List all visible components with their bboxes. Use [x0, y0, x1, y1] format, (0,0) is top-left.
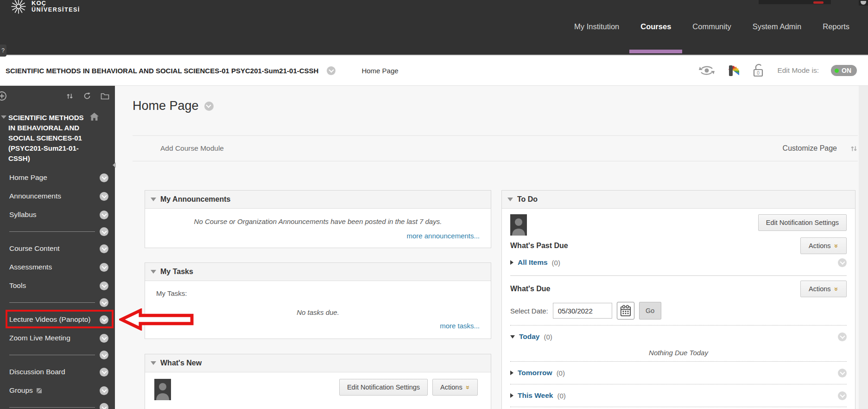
avatar	[510, 214, 527, 236]
more-tasks-link[interactable]: more tasks...	[440, 322, 480, 330]
logo-line2: ÜNİVERSİTESİ	[32, 6, 80, 13]
divider-line	[9, 302, 95, 303]
chevron-down-icon[interactable]	[204, 102, 214, 111]
chevron-down-icon[interactable]	[100, 298, 108, 307]
left-module-column: My Announcements No Course or Organizati…	[145, 190, 491, 409]
sidebar-item-discussion-board[interactable]: Discussion Board	[0, 363, 115, 381]
tomorrow-row[interactable]: Tomorrow (0)	[510, 364, 847, 381]
chevron-down-icon[interactable]	[100, 173, 108, 182]
tab-reports[interactable]: Reports	[823, 22, 849, 31]
this-week-row[interactable]: This Week (0)	[510, 387, 847, 404]
refresh-menu-icon[interactable]	[83, 92, 91, 100]
actions-button[interactable]: Actions »	[800, 281, 847, 297]
sidebar-item-course-content[interactable]: Course Content	[0, 239, 115, 258]
sidebar-item-tools[interactable]: Tools	[0, 276, 115, 295]
chevron-down-icon[interactable]	[100, 351, 108, 359]
sidebar-item-label: Zoom Live Meeting	[9, 334, 100, 342]
sidebar-item-label: Assessments	[9, 263, 100, 271]
whats-past-due-heading: What's Past Due	[510, 242, 568, 250]
date-input[interactable]	[553, 303, 612, 319]
tab-courses[interactable]: Courses	[640, 22, 671, 31]
chevron-down-icon[interactable]	[100, 334, 108, 343]
chevron-down-icon[interactable]	[327, 66, 336, 75]
edit-mode-toggle[interactable]: ON	[831, 65, 857, 76]
add-menu-item-icon[interactable]	[0, 91, 7, 101]
collapse-triangle-icon[interactable]	[510, 335, 515, 339]
expand-triangle-icon[interactable]	[510, 393, 513, 398]
today-row[interactable]: Today (0)	[510, 328, 847, 345]
sidebar-item-assessments[interactable]: Assessments	[0, 258, 115, 276]
theme-palette-icon[interactable]	[727, 64, 739, 77]
chevron-down-icon[interactable]	[100, 227, 108, 236]
red-fragment	[813, 1, 824, 4]
chevron-down-icon[interactable]	[100, 386, 108, 395]
breadcrumb-course-title[interactable]: SCIENTIFIC METHODS IN BEHAVIORAL AND SOC…	[6, 67, 318, 75]
sidebar-item-announcements[interactable]: Announcements	[0, 187, 115, 205]
no-announcements-text: No Course or Organization Announcements …	[156, 217, 480, 225]
collapse-module-icon[interactable]	[507, 198, 513, 201]
home-icon[interactable]	[90, 113, 99, 121]
sidebar-item-zoom-live-meeting[interactable]: Zoom Live Meeting	[0, 329, 115, 347]
nothing-due-today-text: Nothing Due Today	[510, 349, 847, 357]
tomorrow-label[interactable]: Tomorrow	[518, 369, 552, 377]
edit-notification-settings-button[interactable]: Edit Notification Settings	[339, 379, 428, 396]
chevron-down-icon[interactable]	[100, 211, 108, 219]
sidebar-item-home-page[interactable]: Home Page	[0, 168, 115, 187]
edit-lock-open-icon[interactable]: 0	[751, 64, 765, 77]
sidebar-item-label: Syllabus	[9, 211, 100, 219]
chevron-down-icon[interactable]	[100, 368, 108, 377]
chevron-down-icon[interactable]	[838, 391, 847, 400]
actions-button[interactable]: Actions »	[432, 379, 478, 396]
collapse-triangle-icon[interactable]	[1, 115, 6, 119]
sidebar-item-groups[interactable]: Groups	[0, 381, 115, 400]
reorder-modules-icon[interactable]	[850, 145, 858, 153]
chevron-down-icon[interactable]	[838, 258, 847, 267]
calendar-picker-button[interactable]	[617, 302, 634, 320]
chevron-down-icon[interactable]	[838, 332, 847, 341]
chevron-down-icon[interactable]	[100, 244, 108, 253]
sidebar-course-title[interactable]: SCIENTIFIC METHODS IN BEHAVIORAL AND SOC…	[0, 106, 115, 168]
this-week-label[interactable]: This Week	[518, 391, 553, 400]
reorder-menu-icon[interactable]	[66, 92, 74, 100]
sidebar-item-syllabus[interactable]: Syllabus	[0, 205, 115, 224]
today-label[interactable]: Today	[519, 332, 540, 341]
go-button[interactable]: Go	[639, 302, 661, 320]
expand-triangle-icon[interactable]	[510, 371, 513, 375]
customize-page-button[interactable]: Customize Page	[783, 144, 837, 153]
tab-system-admin[interactable]: System Admin	[753, 22, 801, 31]
chevron-down-icon[interactable]	[100, 281, 108, 290]
folder-view-icon[interactable]	[101, 93, 109, 100]
collapse-module-icon[interactable]	[151, 198, 156, 201]
tab-community[interactable]: Community	[692, 22, 731, 31]
student-preview-icon[interactable]	[698, 64, 715, 77]
chevron-down-icon[interactable]	[100, 315, 108, 324]
breadcrumb-page-label: Home Page	[361, 67, 398, 75]
dotted-divider	[510, 407, 847, 407]
course-title-text: SCIENTIFIC METHODS IN BEHAVIORAL AND SOC…	[8, 113, 88, 164]
chevron-down-icon[interactable]	[100, 263, 108, 272]
edit-notification-settings-button[interactable]: Edit Notification Settings	[758, 214, 847, 231]
chevron-down-icon[interactable]	[100, 192, 108, 201]
sidebar-collapse-handle[interactable]	[113, 162, 116, 168]
divider-line	[9, 231, 95, 232]
cutoff-corner-fragment	[859, 0, 868, 6]
sidebar-divider	[0, 400, 115, 409]
edit-mode-label: Edit Mode is:	[777, 66, 819, 75]
sidebar-divider	[0, 224, 115, 239]
sidebar-item-lecture-videos-panopto[interactable]: Lecture Videos (Panopto)	[0, 310, 115, 329]
all-items-row[interactable]: All Items (0)	[510, 254, 847, 271]
university-logo[interactable]: KOÇ ÜNİVERSİTESİ	[9, 0, 80, 15]
accessibility-help-tab[interactable]: ?	[0, 45, 6, 57]
whats-due-heading: What's Due	[510, 285, 550, 293]
tab-my-institution[interactable]: My Institution	[574, 22, 619, 31]
actions-button[interactable]: Actions »	[800, 237, 847, 254]
collapse-module-icon[interactable]	[151, 361, 156, 365]
more-announcements-link[interactable]: more announcements...	[406, 232, 480, 240]
collapse-module-icon[interactable]	[151, 270, 156, 274]
chevron-down-icon[interactable]	[100, 403, 108, 409]
all-items-label[interactable]: All Items	[518, 258, 548, 267]
chevron-down-icon[interactable]	[838, 369, 847, 377]
add-course-module-button[interactable]: Add Course Module	[160, 144, 224, 153]
calendar-icon	[620, 305, 631, 317]
expand-triangle-icon[interactable]	[510, 260, 513, 265]
